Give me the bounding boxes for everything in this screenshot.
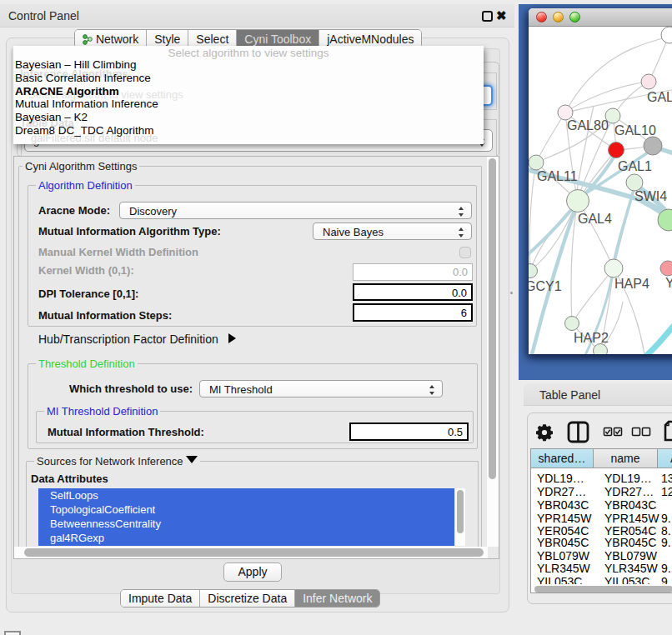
svg-text:HAP2: HAP2 (574, 331, 609, 345)
svg-text:GAL1: GAL1 (618, 159, 652, 173)
svg-text:GAL80: GAL80 (567, 118, 609, 132)
svg-text:GCY1: GCY1 (529, 279, 562, 293)
svg-text:GAL11: GAL11 (537, 169, 578, 183)
svg-text:GAL7: GAL7 (647, 90, 672, 104)
svg-text:HAP4: HAP4 (614, 277, 649, 291)
svg-text:YL: YL (665, 276, 672, 290)
svg-text:GAL4: GAL4 (578, 212, 612, 226)
svg-text:SWI4: SWI4 (634, 189, 667, 203)
svg-text:GAL10: GAL10 (614, 123, 656, 138)
